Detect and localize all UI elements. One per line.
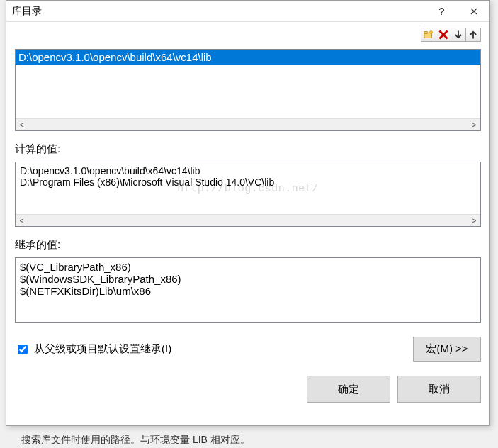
scroll-right-icon[interactable]: > xyxy=(468,215,480,227)
arrow-down-icon xyxy=(453,30,463,40)
move-down-button[interactable] xyxy=(451,28,466,42)
cancel-button[interactable]: 取消 xyxy=(397,376,481,403)
titlebar: 库目录 ? xyxy=(6,1,489,22)
macros-button[interactable]: 宏(M) >> xyxy=(413,337,481,362)
evaluated-value: D:\opencv3.1.0\opencv\build\x64\vc14\lib xyxy=(20,165,476,177)
horizontal-scrollbar[interactable]: < > xyxy=(16,214,480,226)
evaluated-value: D:\Program Files (x86)\Microsoft Visual … xyxy=(20,177,476,188)
evaluated-values-box: D:\opencv3.1.0\opencv\build\x64\vc14\lib… xyxy=(15,162,481,227)
background-description-text: 搜索库文件时使用的路径。与环境变量 LIB 相对应。 xyxy=(21,434,250,447)
path-entry[interactable]: D:\opencv3.1.0\opencv\build\x64\vc14\lib xyxy=(16,50,480,65)
library-directories-dialog: 库目录 ? D:\opencv3.1.0\opencv\build\x64\vc… xyxy=(6,0,490,426)
move-up-button[interactable] xyxy=(465,28,481,42)
new-line-button[interactable] xyxy=(421,28,436,42)
new-folder-icon xyxy=(424,30,434,40)
delete-icon xyxy=(438,30,448,40)
arrow-up-icon xyxy=(468,30,478,40)
scroll-left-icon[interactable]: < xyxy=(16,119,28,131)
inherited-values-box: $(VC_LibraryPath_x86)$(WindowsSDK_Librar… xyxy=(15,257,481,323)
help-button[interactable]: ? xyxy=(426,1,458,21)
inherit-checkbox[interactable] xyxy=(18,345,28,354)
window-title: 库目录 xyxy=(12,5,426,18)
paths-listbox[interactable]: D:\opencv3.1.0\opencv\build\x64\vc14\lib… xyxy=(15,49,481,131)
svg-rect-1 xyxy=(424,32,427,34)
inherited-value: $(VC_LibraryPath_x86) xyxy=(20,261,476,273)
delete-line-button[interactable] xyxy=(436,28,451,42)
scroll-right-icon[interactable]: > xyxy=(468,119,480,131)
inherit-checkbox-wrap[interactable]: 从父级或项目默认设置继承(I) xyxy=(15,342,407,357)
scroll-left-icon[interactable]: < xyxy=(16,215,28,227)
horizontal-scrollbar[interactable]: < > xyxy=(16,118,480,130)
close-icon xyxy=(470,8,477,15)
inherit-checkbox-label: 从父级或项目默认设置继承(I) xyxy=(34,342,171,356)
dialog-content: D:\opencv3.1.0\opencv\build\x64\vc14\lib… xyxy=(6,22,489,425)
inherited-label: 继承的值: xyxy=(15,238,481,252)
ok-button[interactable]: 确定 xyxy=(307,376,390,403)
close-button[interactable] xyxy=(458,1,489,21)
svg-point-2 xyxy=(430,31,433,34)
evaluated-label: 计算的值: xyxy=(15,142,481,156)
inherited-value: $(NETFXKitsDir)Lib\um\x86 xyxy=(20,285,476,297)
list-toolbar xyxy=(15,28,481,42)
inherited-value: $(WindowsSDK_LibraryPath_x86) xyxy=(20,273,476,285)
